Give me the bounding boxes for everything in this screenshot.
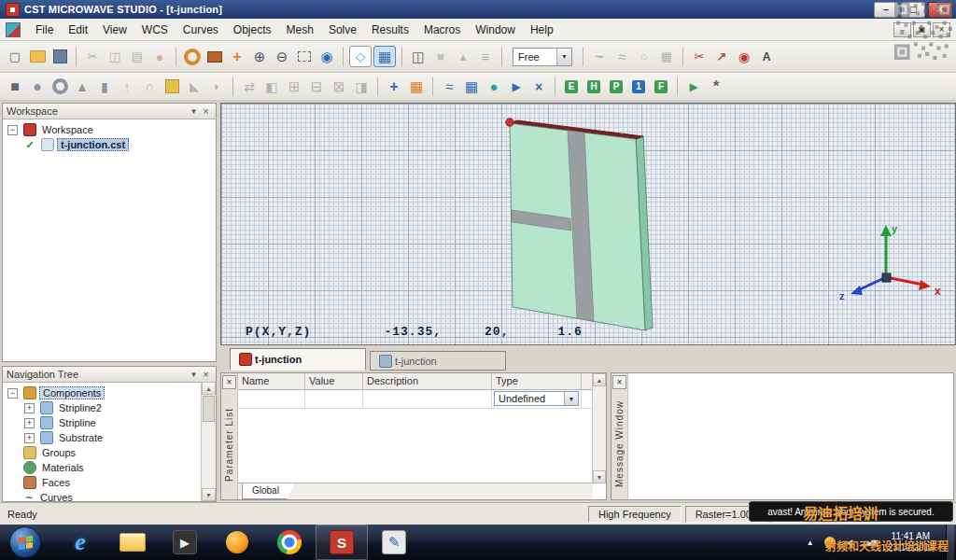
- boolean-subtract-icon[interactable]: [306, 77, 327, 96]
- 3d-viewport[interactable]: y x z P(X,Y,Z) -13.35, 20, 1.6: [220, 103, 956, 345]
- menu-results[interactable]: Results: [364, 21, 416, 39]
- column-value[interactable]: Value: [305, 373, 363, 389]
- menu-mesh[interactable]: Mesh: [279, 21, 321, 39]
- view-tab-model[interactable]: t-junction: [230, 348, 366, 371]
- smith-chart-icon[interactable]: [634, 47, 654, 66]
- panel-collapse-icon[interactable]: [188, 369, 200, 381]
- windows-explorer-icon[interactable]: [106, 525, 159, 560]
- expand-expander-icon[interactable]: [24, 433, 35, 443]
- cone-tool-icon[interactable]: [72, 77, 92, 96]
- start-button[interactable]: [9, 526, 41, 558]
- cutting-plane-icon[interactable]: [689, 47, 710, 66]
- settings-icon[interactable]: [706, 77, 726, 96]
- farfield-icon[interactable]: [734, 47, 754, 66]
- zoom-out-icon[interactable]: [272, 47, 292, 66]
- menu-curves[interactable]: Curves: [176, 21, 226, 39]
- column-type[interactable]: Type: [492, 373, 582, 389]
- collapse-expander-icon[interactable]: [7, 388, 18, 399]
- menu-help[interactable]: Help: [523, 21, 561, 39]
- animate-fields-icon[interactable]: [506, 77, 527, 96]
- e-field-monitor-icon[interactable]: [561, 77, 582, 96]
- boolean-intersect-icon[interactable]: [329, 77, 349, 96]
- menu-objects[interactable]: Objects: [226, 21, 279, 39]
- tree-item-substrate[interactable]: Substrate: [5, 430, 201, 445]
- internet-explorer-icon[interactable]: [54, 525, 106, 560]
- transform-icon[interactable]: [239, 77, 260, 96]
- column-description[interactable]: Description: [363, 373, 492, 389]
- scroll-down-icon[interactable]: [202, 488, 216, 501]
- scroll-track[interactable]: [593, 386, 606, 470]
- results-3d-icon[interactable]: [484, 77, 504, 96]
- expand-expander-icon[interactable]: [24, 403, 35, 413]
- waveguide-port-icon[interactable]: [628, 77, 649, 96]
- design-tool-icon[interactable]: [368, 525, 420, 560]
- cst-studio-taskbar-icon[interactable]: [316, 525, 368, 560]
- field-probe-icon[interactable]: [651, 77, 671, 96]
- history-list-icon[interactable]: [475, 47, 496, 66]
- dropdown-arrow-icon[interactable]: [556, 49, 571, 65]
- run-macro-icon[interactable]: [683, 77, 704, 96]
- scroll-down-icon[interactable]: [593, 470, 606, 483]
- sphere-tool-icon[interactable]: [27, 77, 48, 96]
- cell-description[interactable]: [363, 390, 492, 408]
- zoom-window-icon[interactable]: [294, 47, 315, 66]
- torus-tool-icon[interactable]: [49, 77, 70, 96]
- tree-item-materials[interactable]: Materials: [5, 460, 201, 475]
- edit-object-icon[interactable]: [162, 77, 182, 96]
- cube-tool-icon[interactable]: [5, 77, 25, 96]
- pick-point-icon[interactable]: [453, 47, 473, 66]
- panel-close-icon[interactable]: [222, 375, 236, 389]
- menu-solve[interactable]: Solve: [321, 21, 364, 39]
- parameter-scrollbar[interactable]: [592, 373, 606, 483]
- blend-icon[interactable]: [206, 77, 227, 96]
- time-signal-icon[interactable]: [612, 47, 632, 66]
- menu-file[interactable]: File: [28, 21, 61, 39]
- tree-item-stripline[interactable]: Stripline: [5, 415, 201, 430]
- mirror-icon[interactable]: [261, 77, 282, 96]
- menu-wcs[interactable]: WCS: [134, 21, 176, 39]
- tree-item-faces[interactable]: Faces: [5, 475, 201, 490]
- align-icon[interactable]: [351, 77, 372, 96]
- menu-macros[interactable]: Macros: [416, 21, 468, 39]
- panel-close-icon[interactable]: [200, 105, 212, 118]
- chrome-icon[interactable]: [263, 525, 316, 560]
- material-brick-icon[interactable]: [204, 47, 225, 66]
- scroll-thumb[interactable]: [203, 396, 215, 422]
- copy-icon[interactable]: [105, 47, 125, 66]
- probe-icon[interactable]: [711, 47, 732, 66]
- scroll-up-icon[interactable]: [202, 382, 216, 395]
- cylinder-tool-icon[interactable]: [94, 77, 115, 96]
- paste-icon[interactable]: [127, 47, 148, 66]
- toggle-working-plane-button[interactable]: [349, 46, 372, 67]
- mode-dropdown[interactable]: Free: [513, 48, 572, 66]
- cell-value[interactable]: [305, 390, 363, 408]
- menu-view[interactable]: View: [95, 21, 134, 39]
- launcher-icon[interactable]: [211, 525, 263, 560]
- scroll-track[interactable]: [202, 423, 216, 488]
- loft-tool-icon[interactable]: [139, 77, 160, 96]
- cut-icon[interactable]: [82, 47, 103, 66]
- tree-item-project[interactable]: t-junction.cst: [5, 137, 214, 152]
- hidden-icons-icon[interactable]: [804, 536, 817, 549]
- scroll-up-icon[interactable]: [593, 373, 606, 386]
- column-name[interactable]: Name: [238, 373, 305, 389]
- mesh-properties-icon[interactable]: [406, 77, 427, 96]
- boolean-add-icon[interactable]: [284, 77, 304, 96]
- delete-results-icon[interactable]: [528, 77, 549, 96]
- tree-item-groups[interactable]: Groups: [5, 445, 201, 460]
- calculator-icon[interactable]: [656, 47, 677, 66]
- view-tab-schematic[interactable]: t-junction: [370, 351, 506, 371]
- panel-close-icon[interactable]: [612, 375, 626, 389]
- menu-edit[interactable]: Edit: [61, 21, 95, 39]
- open-project-icon[interactable]: [27, 47, 48, 66]
- collapse-expander-icon[interactable]: [7, 125, 18, 135]
- panel-collapse-icon[interactable]: [188, 105, 200, 118]
- zoom-in-icon[interactable]: [249, 47, 270, 66]
- curve-analyze-icon[interactable]: [589, 47, 610, 66]
- new-document-icon[interactable]: [5, 47, 25, 66]
- tree-item-workspace-root[interactable]: Workspace: [5, 122, 214, 137]
- dropdown-arrow-icon[interactable]: [564, 392, 578, 405]
- h-field-monitor-icon[interactable]: [583, 77, 604, 96]
- results-1d-icon[interactable]: [439, 77, 459, 96]
- media-player-icon[interactable]: [159, 525, 211, 560]
